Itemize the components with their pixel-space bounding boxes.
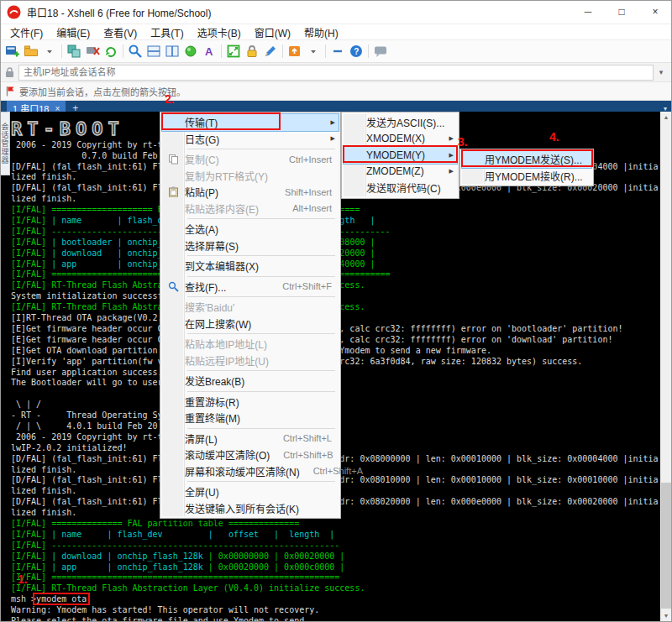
dropdown-caret-icon[interactable] [40,42,59,60]
menu-item-shortcut: Ctrl+Shift+A [300,466,363,476]
svg-text:?: ? [354,47,359,56]
menu-item[interactable]: 重置终端(M) [162,410,339,426]
help-icon[interactable]: ? [347,42,365,60]
dropdown-caret2-icon[interactable] [304,42,323,60]
duplicate-session-icon[interactable] [65,42,83,60]
menubar-item-4[interactable]: 选项卡(B) [191,24,248,40]
split-horizontal-icon[interactable] [144,42,163,60]
menu-item-label: XMODEM(X) [366,133,425,144]
menu-item: 搜索'Baidu' [162,299,339,316]
menubar-item-6[interactable]: 帮助(H) [297,24,345,40]
find-icon[interactable] [126,42,144,60]
menu-item[interactable]: 全屏(U) [162,483,339,500]
split-vertical-icon[interactable] [163,42,181,60]
info-bar: 要添加当前会话，点击左侧的箭头按钮。 [0,82,672,101]
terminal-line: [I/FAL] --------------------------------… [11,541,660,551]
menu-item[interactable]: 粘贴(P)Shift+Insert [162,184,339,201]
close-button[interactable]: × [638,0,672,24]
menu-item[interactable]: 用YMODEM接收(R)... [462,168,591,185]
menu-item[interactable]: 发送取消代码(C) [344,180,457,196]
menu-item[interactable]: YMODEM(Y)▶ [344,147,457,164]
context-menu: 传输(T)▶日志(G)▶复制(C)Ctrl+Insert复制为RTF格式(Y)粘… [160,112,341,519]
menu-item-label: 到文本编辑器(X) [185,259,259,273]
menu-item-label: ZMODEM(Z) [366,165,424,177]
menubar-item-2[interactable]: 查看(V) [97,24,144,40]
compose-icon[interactable] [261,42,280,60]
menu-item[interactable]: 到文本编辑器(X) [162,258,339,274]
menubar-item-0[interactable]: 文件(F) [3,24,50,40]
disconnect-icon[interactable] [83,42,102,60]
menubar-item-5[interactable]: 窗口(W) [248,24,297,40]
terminal-line: [I/FAL] | download | onchip_flash_128k |… [11,551,660,562]
menu-item-label: 发送Break(B) [185,374,244,388]
reconnect-icon[interactable] [102,42,120,60]
menu-item-label: 屏幕和滚动缓冲区清除(N) [185,464,300,478]
scroll-down-icon[interactable]: ▼ [660,610,672,622]
menu-item-label: 粘贴本地IP地址(L) [185,337,267,351]
menu-item[interactable]: 发送Break(B) [162,373,339,389]
left-pane-tab[interactable]: 会话管理器 [0,112,10,175]
menu-item-shortcut: Shift+Insert [271,187,332,197]
font-size-icon[interactable]: A [200,42,218,60]
menu-bar: 文件(F)编辑(E)查看(V)工具(T)选项卡(B)窗口(W)帮助(H) [0,24,672,40]
window-title: 串口18 - Xshell 6 (Free for Home/School) [27,5,571,19]
send-file-icon[interactable] [286,42,304,60]
hide-toolbar-icon[interactable] [328,42,347,60]
find-icon [162,281,185,292]
terminal-line: msh >ymodem_ota [11,594,660,605]
menu-item-label: 清屏(L) [185,431,218,446]
chat-icon[interactable] [371,42,390,60]
menu-item[interactable]: 选择屏幕(S) [162,238,339,254]
menu-item[interactable]: 在网上搜索(W) [162,316,339,332]
menu-item[interactable]: 屏幕和滚动缓冲区清除(N)Ctrl+Shift+A [162,463,339,480]
left-pane-label: 会话管理器 [0,123,11,165]
submenu-arrow-icon: ▶ [449,152,454,159]
menu-item-shortcut: Ctrl+Shift+F [269,281,332,291]
menu-item-label: 重置终端(M) [185,410,240,425]
menu-item[interactable]: XMODEM(X)▶ [344,131,457,148]
lock-screen-icon[interactable] [243,42,261,60]
toolbar-separator [123,44,123,58]
scroll-up-icon[interactable]: ▲ [660,112,672,123]
new-session-icon[interactable] [3,42,22,60]
menu-item[interactable]: 发送键输入到所有会话(K) [162,500,339,517]
menu-item[interactable]: 传输(T)▶ [162,114,339,131]
menu-item: 复制(C)Ctrl+Insert [162,151,339,168]
menubar-item-3[interactable]: 工具(T) [144,24,190,40]
menu-item-label: YMODEM(Y) [366,149,425,161]
menu-separator [187,276,335,277]
address-dropdown-icon[interactable]: ▾ [655,68,667,76]
open-folder-icon[interactable] [22,42,40,60]
menu-item[interactable]: 清屏(L)Ctrl+Shift+L [162,431,339,447]
terminal-line: [I/FAL] ================================… [11,572,660,583]
menu-item[interactable]: 滚动缓冲区清除(O)Ctrl+Shift+B [162,447,339,463]
menubar-item-1[interactable]: 编辑(E) [50,24,97,40]
menu-item-label: 用YMODEM发送(S)... [485,152,582,166]
menu-item-label: 粘贴(P) [185,185,218,199]
menu-item: 复制为RTF格式(Y) [162,168,339,185]
maximize-button[interactable]: □ [605,0,638,24]
menu-item[interactable]: 全选(A) [162,221,339,238]
address-input[interactable] [18,65,654,81]
menu-item[interactable]: 日志(G)▶ [162,131,339,148]
terminal-scrollbar[interactable]: ▲ ▼ [660,112,672,622]
fullscreen-icon[interactable] [224,42,243,60]
menu-item[interactable]: ZMODEM(Z)▶ [344,164,457,180]
paste-icon [162,186,185,197]
menu-item[interactable]: 重置游标(R) [162,394,339,410]
info-message: 要添加当前会话，点击左侧的箭头按钮。 [19,85,186,98]
terminal-line: [I/FAL] | app | onchip_flash_128k | 0x00… [11,562,660,573]
scrollbar-thumb[interactable] [661,483,671,609]
submenu-arrow-icon: ▶ [449,168,454,175]
terminal-line: Warning: Ymodem has started! This operat… [11,605,660,616]
menu-item-label: 复制(C) [185,152,219,166]
connect-status-icon[interactable] [181,42,200,60]
menu-item-label: 粘贴远程IP地址(U) [185,353,269,368]
menu-item[interactable]: 发送为ASCII(S)... [344,114,457,131]
menu-item-label: 查找(F)... [185,280,226,294]
menu-item[interactable]: 查找(F)...Ctrl+Shift+F [162,279,339,295]
lock-icon [5,67,14,78]
menu-item[interactable]: 用YMODEM发送(S)... [462,151,591,168]
submenu-arrow-icon: ▶ [331,119,335,126]
minimize-button[interactable]: ─ [571,0,605,24]
